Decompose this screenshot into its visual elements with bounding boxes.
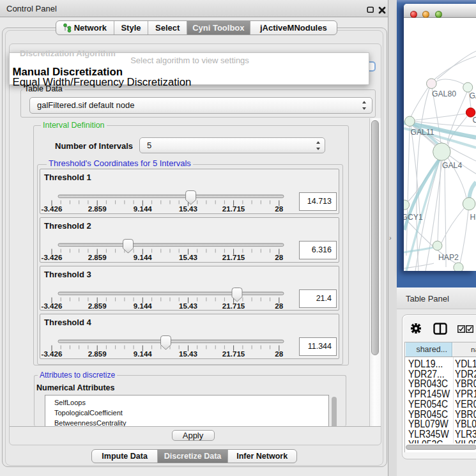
- svg-text:28: 28: [275, 253, 283, 261]
- svg-text:9.144: 9.144: [134, 253, 153, 261]
- svg-text:GAL4: GAL4: [442, 161, 462, 170]
- svg-text:GAL80: GAL80: [432, 89, 456, 98]
- svg-text:21.715: 21.715: [222, 301, 245, 309]
- svg-text:15.43: 15.43: [179, 204, 198, 213]
- svg-text:28: 28: [275, 204, 283, 213]
- svg-text:21.715: 21.715: [222, 204, 245, 213]
- svg-text:9.144: 9.144: [134, 301, 153, 309]
- svg-text:2.859: 2.859: [88, 253, 107, 261]
- svg-text:15.43: 15.43: [179, 253, 198, 261]
- svg-text:15.43: 15.43: [179, 349, 198, 358]
- svg-text:9.144: 9.144: [134, 349, 153, 358]
- svg-text:HAP2: HAP2: [438, 253, 459, 262]
- svg-text:-3.426: -3.426: [42, 301, 63, 309]
- svg-text:C: C: [473, 116, 476, 125]
- svg-text:-3.426: -3.426: [42, 204, 63, 213]
- svg-text:GAL11: GAL11: [411, 128, 434, 137]
- svg-text:21.715: 21.715: [222, 349, 245, 358]
- svg-text:21.715: 21.715: [222, 253, 245, 261]
- svg-text:GAL: GAL: [470, 91, 476, 100]
- svg-text:2.859: 2.859: [88, 349, 107, 358]
- svg-text:28: 28: [275, 301, 283, 309]
- svg-text:-3.426: -3.426: [42, 253, 63, 261]
- svg-text:2.859: 2.859: [88, 301, 107, 309]
- svg-text:28: 28: [275, 349, 283, 358]
- svg-text:HIS: HIS: [470, 213, 476, 222]
- svg-text:GCY1: GCY1: [404, 213, 423, 222]
- svg-text:9.144: 9.144: [134, 204, 153, 213]
- svg-text:-3.426: -3.426: [42, 349, 63, 358]
- svg-text:2.859: 2.859: [88, 204, 107, 213]
- svg-text:15.43: 15.43: [179, 301, 198, 309]
